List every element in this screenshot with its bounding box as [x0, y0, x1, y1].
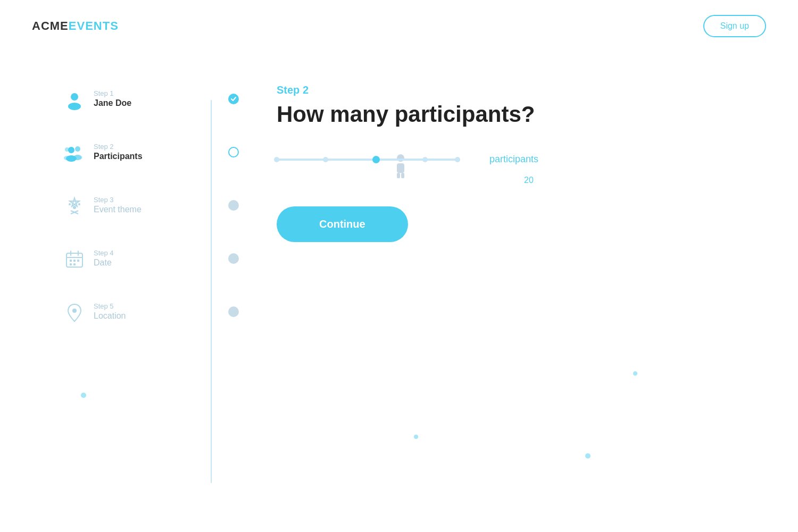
logo-acme: ACME — [32, 19, 69, 32]
step4-label: Step 4 — [94, 249, 114, 257]
main-layout: Step 1 Jane Doe — [0, 52, 798, 532]
group-icon — [64, 143, 85, 164]
step4-name: Date — [94, 258, 114, 268]
slider-value: 20 — [302, 176, 755, 185]
step-title: How many participants? — [277, 102, 755, 127]
step3-dot — [228, 200, 239, 211]
slider-dot-min — [274, 157, 279, 162]
slider-section: participants 20 — [277, 154, 755, 185]
header: ACMEEVENTS Sign up — [0, 0, 798, 52]
svg-rect-27 — [401, 173, 404, 178]
sidebar-item-step1[interactable]: Step 1 Jane Doe — [64, 89, 234, 111]
slider-container: participants — [277, 154, 755, 165]
sidebar-item-step4[interactable]: Step 4 Date — [64, 249, 234, 270]
svg-point-9 — [73, 206, 76, 209]
slider-dot-max — [455, 157, 460, 162]
svg-rect-26 — [397, 173, 400, 178]
user-icon — [64, 89, 85, 111]
step5-name: Location — [94, 311, 126, 321]
location-icon — [64, 302, 85, 323]
svg-point-5 — [73, 155, 82, 160]
logo-events: EVENTS — [69, 19, 119, 32]
step2-name: Participants — [94, 152, 143, 161]
svg-point-23 — [72, 309, 77, 313]
svg-point-13 — [78, 203, 80, 205]
step2-label: Step 2 — [94, 143, 143, 151]
step1-name: Jane Doe — [94, 98, 131, 108]
sidebar-item-step3[interactable]: Step 3 Event theme — [64, 196, 234, 217]
deco-dot-1 — [633, 371, 637, 376]
svg-point-1 — [68, 103, 81, 110]
svg-marker-8 — [70, 198, 79, 206]
slider-thumb[interactable] — [372, 156, 380, 163]
svg-point-0 — [71, 93, 78, 101]
deco-dot-4 — [81, 393, 86, 398]
svg-rect-19 — [73, 260, 76, 262]
step-indicator: Step 2 — [277, 84, 755, 96]
continue-button[interactable]: Continue — [277, 206, 408, 242]
party-icon — [64, 196, 85, 217]
calendar-icon — [64, 249, 85, 270]
step5-dot — [228, 306, 239, 317]
svg-point-6 — [65, 147, 69, 152]
deco-dot-2 — [414, 435, 418, 439]
sidebar-item-step5[interactable]: Step 5 Location — [64, 302, 234, 323]
svg-rect-18 — [70, 260, 72, 262]
svg-rect-20 — [77, 260, 79, 262]
step1-label: Step 1 — [94, 89, 131, 97]
participants-label: participants — [489, 154, 538, 165]
content-area: Step 2 How many participants? — [234, 84, 798, 532]
slider-dot-2 — [323, 157, 328, 162]
svg-rect-22 — [73, 263, 76, 265]
svg-rect-21 — [70, 263, 72, 265]
step1-dot — [228, 94, 239, 104]
step2-dot — [228, 147, 239, 157]
slider-track[interactable] — [277, 159, 458, 161]
step3-label: Step 3 — [94, 196, 142, 204]
sidebar-item-step2[interactable]: Step 2 Participants — [64, 143, 234, 164]
logo: ACMEEVENTS — [32, 19, 119, 33]
slider-track-wrapper[interactable] — [277, 159, 479, 161]
svg-point-7 — [64, 156, 70, 160]
slider-dot-3 — [422, 157, 428, 162]
deco-dot-3 — [585, 453, 591, 459]
sidebar: Step 1 Jane Doe — [64, 84, 234, 532]
svg-point-4 — [75, 146, 80, 152]
step5-label: Step 5 — [94, 302, 126, 310]
step3-name: Event theme — [94, 205, 142, 214]
step4-dot — [228, 253, 239, 264]
svg-point-12 — [69, 203, 71, 205]
signup-button[interactable]: Sign up — [703, 15, 766, 37]
